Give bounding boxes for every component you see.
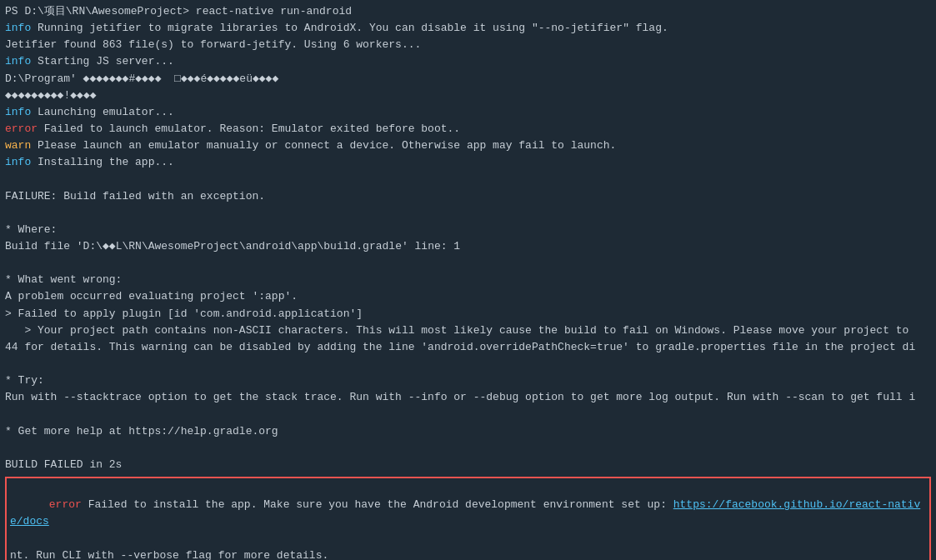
line-blank-6: [5, 440, 931, 457]
line-failed-1: > Failed to apply plugin [id 'com.androi…: [5, 306, 931, 322]
line-9: warn Please launch an emulator manually …: [5, 138, 931, 154]
line-failure-1: FAILURE: Build failed with an exception.: [5, 188, 931, 205]
error-box-prefix: error: [49, 498, 88, 511]
line-6: ◆◆◆◆◆◆◆◆◆!◆◆◆◆: [5, 88, 931, 104]
line-1: PS D:\项目\RN\AwesomeProject> react-native…: [5, 3, 931, 20]
line-buildfailed-1: BUILD FAILED in 2s: [5, 457, 931, 473]
line-whatwent-1: * What went wrong:: [5, 272, 931, 288]
line-nonascii-1: > Your project path contains non-ASCII c…: [5, 322, 931, 339]
error-box-line1: error Failed to install the app. Make su…: [10, 480, 926, 548]
error-text-1: Failed to launch emulator. Reason: Emula…: [44, 122, 460, 135]
warn-text-1: Please launch an emulator manually or co…: [38, 139, 616, 152]
line-7: info Launching emulator...: [5, 104, 931, 121]
info-text-4: Installing the app...: [38, 156, 174, 168]
line-blank-3: [5, 255, 931, 272]
info-text-3: Launching emulator...: [38, 106, 174, 118]
line-problem-1: A problem occurred evaluating project ':…: [5, 288, 931, 305]
error-box-text1: Failed to install the app. Make sure you…: [88, 498, 673, 511]
error-prefix-1: error: [5, 122, 44, 135]
error-box: error Failed to install the app. Make su…: [5, 477, 931, 560]
line-5: D:\Program' ◆◆◆◆◆◆◆#◆◆◆◆ □◆◆◆é◆◆◆◆◆eü◆◆◆…: [5, 71, 931, 88]
line-where-1: * Where:: [5, 222, 931, 238]
line-8: error Failed to launch emulator. Reason:…: [5, 121, 931, 138]
line-buildfile-1: Build file 'D:\◆◆L\RN\AwesomeProject\and…: [5, 238, 931, 255]
info-prefix-2: info: [5, 55, 38, 68]
terminal: PS D:\项目\RN\AwesomeProject> react-native…: [0, 0, 936, 560]
line-help-1: * Get more help at https://help.gradle.o…: [5, 423, 931, 440]
warn-prefix-1: warn: [5, 139, 38, 152]
line-4: info Starting JS server...: [5, 53, 931, 70]
info-prefix-4: info: [5, 156, 38, 168]
info-prefix-3: info: [5, 106, 38, 118]
info-text-2: Starting JS server...: [38, 55, 174, 68]
error-box-line2: nt. Run CLI with --verbose flag for more…: [10, 548, 926, 561]
line-blank-5: [5, 406, 931, 422]
line-3: Jetifier found 863 file(s) to forward-je…: [5, 37, 931, 53]
line-2: info Running jetifier to migrate librari…: [5, 20, 931, 37]
line-blank-2: [5, 205, 931, 222]
line-run-1: Run with --stacktrace option to get the …: [5, 389, 931, 406]
line-blank-1: [5, 171, 931, 188]
info-text-1: Running jetifier to migrate libraries to…: [38, 22, 668, 34]
info-prefix-1: info: [5, 22, 38, 34]
line-override-1: 44 for details. This warning can be disa…: [5, 339, 931, 356]
line-10: info Installing the app...: [5, 154, 931, 171]
line-blank-4: [5, 356, 931, 372]
line-try-1: * Try:: [5, 372, 931, 389]
